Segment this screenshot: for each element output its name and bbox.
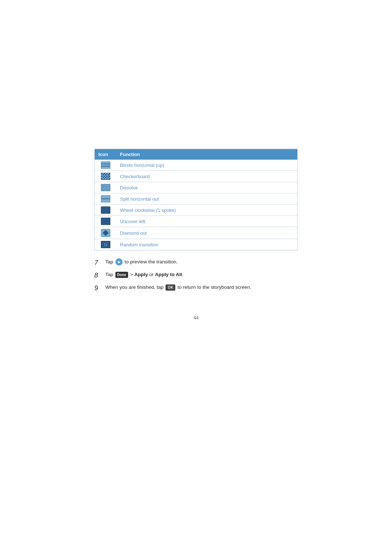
dissolve-icon	[101, 184, 110, 191]
icon-cell-dissolve	[95, 182, 117, 193]
steps-section: 7 Tap to preview the transition. 8 Tap D…	[94, 258, 298, 293]
step-8-text: Tap Done > Apply or Apply to All.	[105, 271, 298, 278]
random-icon	[101, 241, 110, 248]
function-label-diamond: Diamond out	[117, 227, 298, 239]
table-row: Dissolve	[95, 182, 298, 193]
function-label-blinds: Blinds horizontal (up)	[117, 160, 298, 171]
diamond-icon	[101, 229, 110, 237]
function-label-dissolve: Dissolve	[117, 182, 298, 193]
step-7-number: 7	[94, 258, 104, 267]
icon-cell-diamond	[95, 227, 117, 239]
icon-cell-random	[95, 239, 117, 250]
play-button-icon[interactable]	[115, 258, 123, 266]
table-row: Split horizontal out	[95, 193, 298, 205]
step-8-number: 8	[94, 271, 104, 280]
function-label-uncover: Uncover left	[117, 216, 298, 227]
done-badge[interactable]: Done	[115, 272, 128, 278]
table-row: Wheel clockwise (1 spoke)	[95, 205, 298, 216]
dissolve-inner	[101, 184, 110, 191]
icon-cell-wheel	[95, 205, 117, 216]
diamond-inner	[102, 230, 109, 236]
col-header-function: Function	[117, 149, 298, 160]
table-row: Random transition	[95, 239, 298, 250]
icon-cell-uncover	[95, 216, 117, 227]
content-block: Icon Function Blinds horizontal (up)	[94, 149, 298, 320]
function-label-checker: Checkerboard	[117, 171, 298, 182]
step-9-text: When you are finished, tap OK to return …	[105, 284, 298, 291]
uncover-icon	[101, 218, 110, 225]
step-7-text: Tap to preview the transition.	[105, 258, 298, 266]
step-7: 7 Tap to preview the transition.	[94, 258, 298, 267]
apply-label: Apply	[134, 272, 148, 277]
step-9: 9 When you are finished, tap OK to retur…	[94, 284, 298, 293]
table-row: Uncover left	[95, 216, 298, 227]
function-label-random: Random transition	[117, 239, 298, 250]
apply-all-label: Apply to All	[155, 272, 182, 277]
page-number: 44	[94, 315, 298, 320]
icon-cell-split	[95, 193, 117, 205]
icon-cell-blinds	[95, 160, 117, 171]
function-label-split: Split horizontal out	[117, 193, 298, 205]
table-row: Blinds horizontal (up)	[95, 160, 298, 171]
split-icon	[101, 195, 110, 202]
icon-cell-checker	[95, 171, 117, 182]
table-row: Checkerboard	[95, 171, 298, 182]
page-container: Icon Function Blinds horizontal (up)	[0, 0, 392, 554]
wheel-icon	[101, 206, 110, 214]
ok-badge[interactable]: OK	[166, 284, 175, 291]
blinds-icon	[101, 161, 110, 169]
function-label-wheel: Wheel clockwise (1 spoke)	[117, 205, 298, 216]
checker-icon	[101, 173, 110, 180]
col-header-icon: Icon	[95, 149, 117, 160]
transition-table: Icon Function Blinds horizontal (up)	[94, 149, 298, 250]
step-9-number: 9	[94, 284, 104, 293]
step-8: 8 Tap Done > Apply or Apply to All.	[94, 271, 298, 280]
table-row: Diamond out	[95, 227, 298, 239]
